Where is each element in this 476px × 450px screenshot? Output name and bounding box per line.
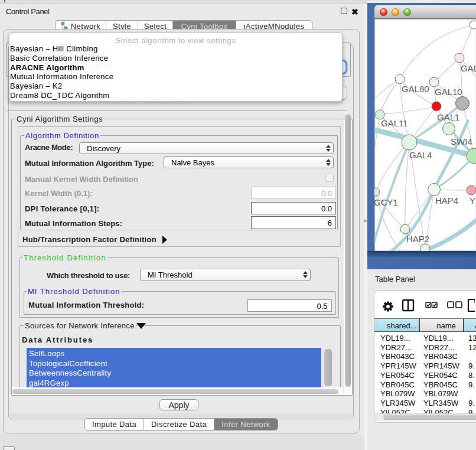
svg-text:GCY1: GCY1 [374, 197, 398, 207]
svg-text:GAL10: GAL10 [435, 87, 462, 97]
svg-text:GAL80: GAL80 [402, 84, 429, 94]
svg-text:GAL11: GAL11 [381, 118, 408, 128]
svg-text:GAL1: GAL1 [437, 112, 459, 122]
svg-text:SWI4: SWI4 [451, 136, 472, 146]
svg-text:Y: Y [470, 195, 475, 206]
svg-text:GAL4: GAL4 [409, 150, 432, 160]
svg-text:HAP2: HAP2 [406, 234, 429, 244]
svg-text:GAL7: GAL7 [461, 63, 476, 73]
svg-text:HAP4: HAP4 [435, 195, 458, 206]
